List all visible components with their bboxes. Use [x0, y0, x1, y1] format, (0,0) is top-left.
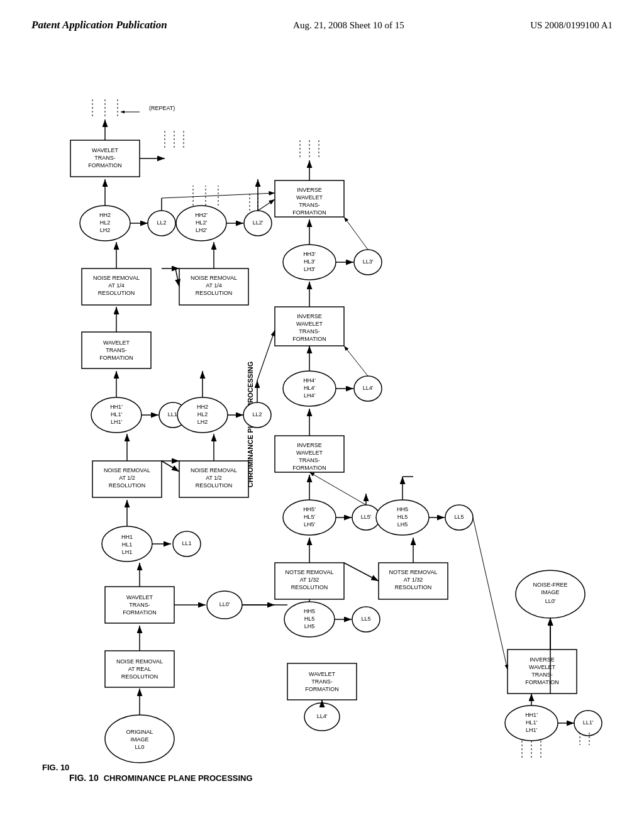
arrow-ll5p-to-inv [309, 472, 366, 505]
hh2p-t: HH2' [195, 212, 208, 218]
arrow-ll2r-to-iwu [257, 330, 275, 380]
hh5p-t3: LH5' [304, 521, 316, 528]
fig-title-label: CHROMINANCE PLANE PROCESSING [104, 773, 253, 783]
original-image-ll0: LL0 [135, 744, 144, 750]
arrow-cross-1 [162, 461, 179, 472]
iwt-t4: FORMATION [292, 209, 326, 216]
hh5-t: HH5 [304, 608, 315, 614]
diagram-svg: FIG. 10 CHROMINANCE PLANE PROCESSING ORI… [23, 47, 621, 802]
ll4p-bot-text: LL4' [317, 713, 328, 719]
hh5r-t2: HL5 [397, 514, 408, 520]
iwt-t2: WAVELET [296, 194, 323, 201]
wt2-t3: FORMATION [99, 355, 133, 361]
arrow-ll5r-to-iwfr [473, 517, 508, 670]
n32l-t3: RESOLUTION [291, 584, 328, 590]
wt1-t3: FORMATION [123, 609, 156, 616]
nhr-r-t3: RESOLUTION [196, 482, 233, 489]
ll3p-text: LL3' [363, 258, 374, 265]
arrow-ll2p-to-iwt [258, 199, 275, 211]
lh1p-t: LH1' [111, 419, 123, 425]
hh5r-t3: LH5 [397, 521, 408, 528]
wll4-t3: FORMATION [305, 686, 338, 692]
hh1p-far-t2: HL1' [526, 719, 538, 726]
n32r-t3: RESOLUTION [395, 584, 432, 590]
lh1-t: LH1 [122, 549, 133, 555]
noise-removal-real-t2: AT REAL [128, 666, 152, 672]
iwl5-t2: WAVELET [296, 450, 323, 456]
iwfr-t1: INVERSE [530, 656, 555, 663]
hh4p-t3: LH4' [304, 392, 316, 399]
iwfr-t2: WAVELET [529, 664, 556, 670]
original-image-text2: IMAGE [130, 736, 148, 743]
page: Patent Application Publication Aug. 21, … [0, 0, 644, 830]
hl2-t: HL2 [100, 219, 111, 226]
iwfr-t4: FORMATION [525, 679, 558, 685]
ll1-text: LL1 [182, 540, 191, 546]
arrow-ll3p-to-iwt [344, 217, 368, 250]
n32r-t2: AT 1/32 [404, 577, 423, 583]
hh2r-t2: HL2 [197, 411, 208, 418]
iwt-t1: INVERSE [297, 187, 322, 193]
ll1p-far-text: LL1' [583, 719, 594, 726]
hh5p-t1: HH5' [303, 506, 316, 512]
header-date-sheet: Aug. 21, 2008 Sheet 10 of 15 [293, 20, 404, 31]
repeat-label: (REPEAT) [149, 105, 175, 111]
hl5-t: HL5 [304, 616, 315, 622]
ll2r-text: LL2 [252, 411, 262, 418]
hh5r-t1: HH5 [397, 506, 408, 512]
hh3p-t3: LH3' [304, 266, 316, 272]
nhr-l-t2: AT 1/2 [119, 475, 135, 481]
iwl5-t4: FORMATION [292, 465, 326, 471]
nqr-r-t2: AT 1/4 [206, 282, 222, 289]
nhr-l-t3: RESOLUTION [109, 482, 146, 489]
hl2p-t: HL2' [196, 219, 208, 226]
iwl5-t3: TRANS- [299, 457, 320, 463]
n32l-t2: AT 1/32 [300, 577, 319, 583]
wt-top-t3: FORMATION [88, 162, 121, 169]
header: Patent Application Publication Aug. 21, … [19, 13, 625, 35]
hh1p-far-t3: LH1' [526, 727, 538, 733]
hh1p-far-t1: HH1' [525, 712, 538, 718]
wt-top-t1: WAVELET [92, 147, 119, 153]
noise-removal-real-t1: NOISE REMOVAL [116, 658, 163, 665]
ll2p-text: LL2' [253, 219, 264, 226]
iwl5-t1: INVERSE [297, 442, 322, 448]
hh4p-t1: HH4' [303, 377, 316, 384]
nqr-l-t2: AT 1/4 [108, 282, 125, 289]
ll1p-text: LL1' [168, 411, 179, 418]
iwu-t3: TRANS- [299, 328, 320, 335]
wll4-t1: WAVELET [309, 671, 336, 677]
ll5-bot-text: LL5 [361, 616, 370, 622]
ll5p-text: LL5' [361, 514, 372, 520]
ll4p-mid-text: LL4' [363, 385, 374, 391]
header-patent-number: US 2008/0199100 A1 [530, 20, 613, 31]
iwu-t1: INVERSE [297, 313, 322, 319]
arrow-ll4p-to-iwu [344, 346, 368, 376]
llo-prime-text: LL0' [219, 601, 230, 607]
hh1p-t: HH1' [110, 404, 123, 410]
wt1-t1: WAVELET [126, 594, 153, 600]
nf-t3: LL0' [545, 598, 556, 604]
hh3p-t2: HL3' [304, 258, 316, 265]
nhr-r-t2: AT 1/2 [206, 475, 222, 481]
nf-t1: NOISE-FREE [533, 582, 567, 588]
noise-removal-real-t3: RESOLUTION [121, 673, 158, 680]
lh2-t: LH2 [100, 227, 111, 233]
nqr-l-t3: RESOLUTION [98, 290, 135, 296]
wt2-t2: TRANS- [106, 347, 127, 353]
n32r-t1: NOTSE REMOVAL [389, 569, 438, 575]
hh4p-t2: HL4' [304, 385, 316, 391]
fig-number-label: FIG. 10 [69, 773, 99, 783]
hh2-t: HH2 [99, 212, 111, 218]
n32l-t1: NOTSE REMOVAL [286, 569, 334, 575]
wt1-t2: TRANS- [129, 602, 150, 608]
iwu-t2: WAVELET [296, 321, 323, 327]
nf-t2: IMAGE [541, 589, 559, 595]
nqr-r-t3: RESOLUTION [196, 290, 233, 296]
ll2-text: LL2 [157, 219, 166, 226]
lh5-t: LH5 [304, 623, 315, 629]
hh2r-t1: HH2 [197, 404, 208, 410]
lh2p-t: LH2' [196, 227, 208, 233]
arrow-mid-to-right-n32 [344, 563, 379, 581]
ll5r-text: LL5 [454, 514, 464, 520]
